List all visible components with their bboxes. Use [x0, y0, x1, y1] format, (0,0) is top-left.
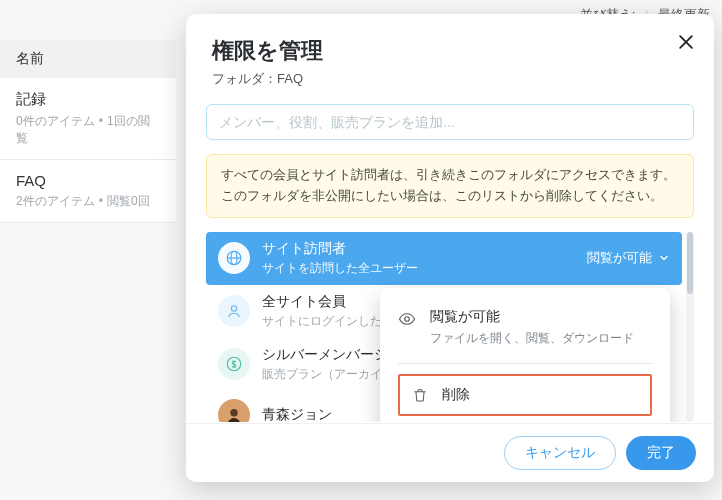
- chevron-down-icon: [658, 252, 670, 264]
- modal-header: 権限を管理 フォルダ：FAQ: [186, 14, 714, 94]
- svg-point-5: [231, 306, 236, 311]
- permission-selector[interactable]: 閲覧が可能: [587, 249, 670, 267]
- modal-footer: キャンセル 完了: [186, 423, 714, 482]
- dropdown-option-delete[interactable]: 削除: [398, 374, 652, 416]
- dropdown-view-desc: ファイルを開く、閲覧、ダウンロード: [430, 329, 634, 347]
- modal-body: すべての会員とサイト訪問者は、引き続きこのフォルダにアクセスできます。このフォル…: [186, 94, 714, 423]
- permission-row-visitors[interactable]: サイト訪問者 サイトを訪問した全ユーザー 閲覧が可能: [206, 232, 682, 285]
- info-notice: すべての会員とサイト訪問者は、引き続きこのフォルダにアクセスできます。このフォル…: [206, 154, 694, 218]
- scrollbar[interactable]: [686, 232, 694, 422]
- globe-icon: [218, 242, 250, 274]
- avatar-icon: [218, 399, 250, 422]
- dropdown-delete-label: 削除: [442, 386, 470, 404]
- close-button[interactable]: [676, 32, 696, 52]
- add-member-input[interactable]: [206, 104, 694, 140]
- eye-icon: [398, 310, 418, 332]
- modal-overlay: 権限を管理 フォルダ：FAQ すべての会員とサイト訪問者は、引き続きこのフォルダ…: [0, 0, 722, 500]
- permissions-modal: 権限を管理 フォルダ：FAQ すべての会員とサイト訪問者は、引き続きこのフォルダ…: [186, 14, 714, 482]
- svg-point-7: [230, 409, 238, 417]
- dollar-icon: [218, 348, 250, 380]
- trash-icon: [412, 387, 428, 403]
- cancel-button[interactable]: キャンセル: [504, 436, 616, 470]
- dropdown-separator: [398, 363, 652, 364]
- row-subtitle: サイトを訪問した全ユーザー: [262, 260, 575, 277]
- scrollbar-thumb[interactable]: [687, 232, 693, 294]
- done-button[interactable]: 完了: [626, 436, 696, 470]
- modal-title: 権限を管理: [212, 36, 688, 66]
- person-icon: [218, 295, 250, 327]
- close-icon: [676, 32, 696, 52]
- row-title: サイト訪問者: [262, 240, 575, 258]
- permission-dropdown: 閲覧が可能 ファイルを開く、閲覧、ダウンロード 削除: [380, 288, 670, 422]
- permission-list: サイト訪問者 サイトを訪問した全ユーザー 閲覧が可能: [206, 232, 694, 422]
- svg-point-8: [405, 316, 410, 321]
- dropdown-view-title: 閲覧が可能: [430, 308, 634, 326]
- modal-subtitle: フォルダ：FAQ: [212, 70, 688, 88]
- dropdown-option-view[interactable]: 閲覧が可能 ファイルを開く、閲覧、ダウンロード: [398, 302, 652, 361]
